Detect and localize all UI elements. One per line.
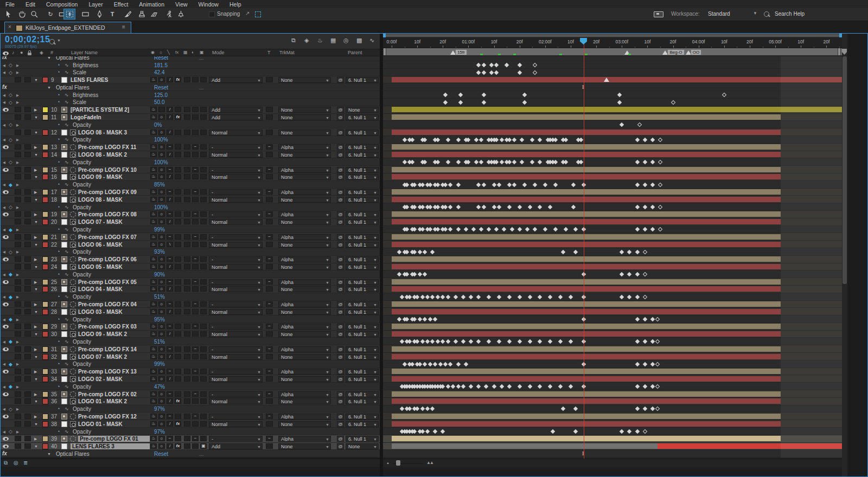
preserve-transparency-cell[interactable] <box>266 376 273 382</box>
switch-cell[interactable] <box>184 279 190 285</box>
switch-cell[interactable]: − <box>167 144 173 150</box>
property-row[interactable]: ◀◇▶◔∿Brightness125.0 <box>1 91 380 99</box>
trkmat-dropdown[interactable]: None▼ <box>278 219 331 225</box>
effect-options-link[interactable]: ... <box>199 56 203 61</box>
effect-reset-link[interactable]: Reset <box>154 85 168 91</box>
stopwatch-icon[interactable]: ◔ <box>57 339 60 344</box>
keyframe-diamond[interactable] <box>573 249 578 254</box>
switch-cell[interactable] <box>184 107 190 112</box>
switch-cell[interactable]: ♨ <box>150 211 157 217</box>
expander-icon[interactable]: ▶ <box>34 302 37 307</box>
keyframe-diamond[interactable] <box>430 407 435 411</box>
keyframe-diamond[interactable] <box>489 70 494 74</box>
mode-column-header[interactable]: Mode <box>212 50 225 55</box>
expander-icon[interactable]: ▶ <box>34 437 37 441</box>
keyframe-diamond[interactable] <box>571 205 575 209</box>
mode-dropdown[interactable]: Normal▼ <box>209 174 263 180</box>
lock-cell[interactable] <box>24 114 31 120</box>
switch-cell[interactable] <box>184 369 190 374</box>
switch-cell[interactable]: ☼ <box>158 167 165 172</box>
property-value[interactable]: 47% <box>154 384 165 390</box>
layer-duration-bar[interactable] <box>392 264 781 269</box>
keyframe-diamond[interactable] <box>430 339 435 344</box>
expander-icon[interactable]: ▼ <box>34 377 38 381</box>
trkmat-dropdown[interactable]: Alpha▼ <box>278 279 331 285</box>
stopwatch-icon[interactable]: ◔ <box>57 361 60 366</box>
parent-pickwhip-icon[interactable]: @ <box>337 324 344 330</box>
next-keyframe-icon[interactable]: ▶ <box>16 123 19 127</box>
layer-duration-bar[interactable] <box>392 167 781 172</box>
preserve-transparency-cell[interactable] <box>266 309 273 314</box>
mode-dropdown[interactable]: Normal▼ <box>209 152 263 158</box>
property-value[interactable]: 97% <box>154 429 165 435</box>
solo-cell[interactable] <box>15 114 21 120</box>
label-color-swatch[interactable] <box>42 264 48 270</box>
switch-cell[interactable]: − <box>192 436 199 441</box>
lock-cell[interactable] <box>24 242 31 247</box>
next-keyframe-icon[interactable]: ▶ <box>16 93 19 98</box>
keyframe-diamond[interactable] <box>627 294 631 299</box>
layer-duration-bar[interactable] <box>392 189 781 195</box>
keyframe-diamond-hollow[interactable] <box>658 182 662 186</box>
keyframe-diamond[interactable] <box>635 339 639 344</box>
parent-dropdown[interactable]: 6. Null 1▼ <box>346 421 379 427</box>
property-name[interactable]: Opacity <box>73 182 91 188</box>
keyframe-diamond[interactable] <box>492 205 496 209</box>
switch-cell[interactable]: ♨ <box>150 219 157 224</box>
expander-icon[interactable]: ▼ <box>34 399 38 403</box>
layer-row[interactable]: ▼22LOGO 06 - MASK♨☼\Normal▼None▼@6. Null… <box>1 241 380 248</box>
mode-dropdown[interactable]: Normal▼ <box>209 264 263 270</box>
lock-cell[interactable] <box>24 309 31 314</box>
keyframe-diamond[interactable] <box>512 160 516 164</box>
eye-icon[interactable] <box>3 108 9 112</box>
parent-column-header[interactable]: Parent <box>348 50 362 55</box>
switch-cell[interactable] <box>175 324 181 329</box>
layer-row[interactable]: ▶29Pre-comp LOGO FX 03♨☼−−-▼−Alpha▼@6. N… <box>1 323 380 331</box>
keyframe-diamond[interactable] <box>461 294 465 299</box>
lock-cell[interactable] <box>24 443 31 449</box>
preserve-transparency-cell[interactable] <box>266 107 273 112</box>
expander-icon[interactable]: ▶ <box>34 235 37 240</box>
switch-cell[interactable]: ☼ <box>158 436 165 441</box>
switch-cell[interactable] <box>175 107 181 112</box>
keyframe-diamond[interactable] <box>548 294 552 299</box>
trkmat-dropdown[interactable]: None▼ <box>278 152 331 158</box>
switch-cell[interactable]: / <box>167 130 173 135</box>
layer-duration-bar[interactable] <box>392 414 781 419</box>
layer-duration-bar[interactable] <box>392 443 658 449</box>
keyframe-diamond[interactable] <box>445 138 450 142</box>
keyframe-diamond[interactable] <box>420 227 424 231</box>
switch-cell[interactable] <box>192 264 199 269</box>
lock-cell[interactable] <box>24 354 31 359</box>
trkmat-dropdown[interactable]: None▼ <box>278 421 331 427</box>
switch-cell[interactable]: ♨ <box>150 234 157 240</box>
property-row[interactable]: ◀◇▶◔∿Scale42.4 <box>1 69 380 76</box>
parent-dropdown[interactable]: 6. Null 1▼ <box>346 376 379 382</box>
label-color-swatch[interactable] <box>42 421 48 427</box>
menu-help[interactable]: Help <box>224 1 247 8</box>
switch-cell[interactable]: ☼ <box>158 309 165 314</box>
workspace-icon[interactable] <box>654 11 663 17</box>
preserve-transparency-cell[interactable] <box>266 242 273 247</box>
switch-cell[interactable]: − <box>192 301 199 307</box>
frame-blending-toggle-icon[interactable]: ⧉ <box>4 460 8 466</box>
trkmat-dropdown[interactable]: Alpha▼ <box>278 346 331 352</box>
keyframe-diamond[interactable] <box>650 384 655 389</box>
keyframe-diamond[interactable] <box>436 205 440 209</box>
expander-icon[interactable]: ▼ <box>34 287 38 291</box>
prev-keyframe-icon[interactable]: ◀ <box>3 123 5 127</box>
switch-cell[interactable] <box>184 391 190 397</box>
keyframe-diamond[interactable] <box>433 429 437 434</box>
switch-cell[interactable]: − <box>167 414 173 419</box>
expander-icon[interactable]: ▶ <box>34 145 37 150</box>
lock-cell[interactable] <box>24 286 31 292</box>
keyframe-diamond[interactable] <box>558 339 563 344</box>
keyframe-diamond[interactable] <box>433 317 437 321</box>
property-name[interactable]: Opacity <box>73 339 91 345</box>
motion-blur-icon[interactable]: ▦ <box>330 37 336 44</box>
hand-tool-icon[interactable] <box>16 9 28 20</box>
parent-dropdown[interactable]: 6. Null 1▼ <box>346 197 379 203</box>
keyframe-diamond[interactable] <box>617 93 621 97</box>
parent-pickwhip-icon[interactable]: @ <box>337 219 344 225</box>
switch-cell[interactable]: ♨ <box>150 174 157 179</box>
